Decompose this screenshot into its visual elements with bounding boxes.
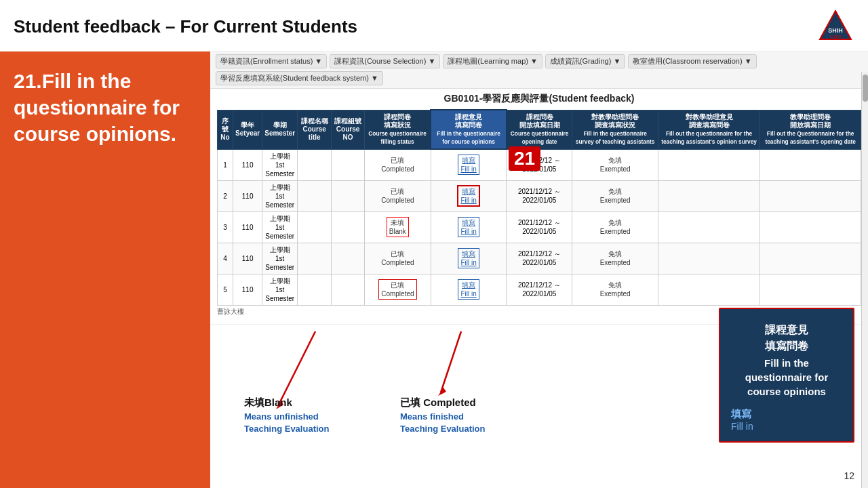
cell-no: 3 <box>218 211 233 243</box>
cell-year: 110 <box>233 274 262 305</box>
table-row: 4 110 上學期1stSemester 已填Completed 填寫Fill … <box>218 243 861 274</box>
cell-ta-status: 免填Exempted <box>572 243 658 274</box>
table-section: GB0101-學習反應與評量(Student feedback) 序號No 學年… <box>210 89 868 321</box>
col-course-no: 課程組號Course NO <box>332 110 365 149</box>
cell-semester: 上學期1stSemester <box>262 149 298 180</box>
cell-ta-link <box>658 211 760 243</box>
cell-no: 5 <box>218 274 233 305</box>
cell-fill-link[interactable]: 填寫Fill in <box>431 243 507 274</box>
completed-desc-line2: Teaching Evaluation <box>400 423 485 435</box>
col-year: 學年Setyear <box>233 110 262 149</box>
cell-fill-link[interactable]: 填寫Fill in <box>431 274 507 305</box>
completed-annotation: 已填 Completed Means finished Teaching Eva… <box>400 396 485 435</box>
cell-date: 2021/12/12 ～2022/01/05 <box>507 211 572 243</box>
svg-marker-6 <box>438 388 446 396</box>
col-fill-status: 課程問卷填寫狀況Course questionnaire filling sta… <box>364 110 431 149</box>
col-no: 序號No <box>218 110 233 149</box>
cell-ta-date <box>760 149 861 180</box>
cell-course-title <box>298 180 332 211</box>
col-course-title: 課程名稱Course title <box>298 110 332 149</box>
cell-fill-link[interactable]: 填寫Fill in <box>431 149 507 180</box>
cell-course-no <box>332 211 365 243</box>
table-row: 5 110 上學期1stSemester 已填Completed 填寫Fill … <box>218 274 861 305</box>
cell-ta-status: 免填Exempted <box>572 211 658 243</box>
blank-annotation: 未填Blank Means unfinished Teaching Evalua… <box>244 396 329 435</box>
page-title: Student feedback – For Current Students <box>14 16 357 37</box>
scrollbar[interactable] <box>861 72 868 488</box>
cell-date: 2021/12/12 ～2022/01/05 <box>507 180 572 211</box>
col-ta-status: 對教學助理問卷調查填寫狀況Fill in the questionnaire s… <box>572 110 658 149</box>
nav-enrollment[interactable]: 學籍資訊(Enrollment status) ▼ <box>216 54 327 68</box>
cell-ta-link <box>658 149 760 180</box>
nav-grading[interactable]: 成績資訊(Grading) ▼ <box>545 54 625 68</box>
svg-line-3 <box>278 331 315 406</box>
cell-course-title <box>298 274 332 305</box>
scroll-thumb[interactable] <box>863 75 868 102</box>
info-card-link-en[interactable]: Fill in <box>731 421 842 432</box>
cell-semester: 上學期1stSemester <box>262 274 298 305</box>
navigation-bar: 學籍資訊(Enrollment status) ▼ 課程資訊(Course Se… <box>210 52 868 89</box>
cell-course-no <box>332 180 365 211</box>
cell-ta-status: 免填Exempted <box>572 180 658 211</box>
cell-fill-status: 已填Completed <box>364 180 431 211</box>
table-row: 2 110 上學期1stSemester 已填Completed 填寫Fill … <box>218 180 861 211</box>
col-semester: 學期Semester <box>262 110 298 149</box>
table-row: 3 110 上學期1stSemester 未填Blank 填寫Fill in 2… <box>218 211 861 243</box>
cell-ta-date <box>760 243 861 274</box>
cell-date: 2021/12/12 ～2022/01/05 <box>507 274 572 305</box>
cell-year: 110 <box>233 211 262 243</box>
svg-text:CHIEN: CHIEN <box>830 35 841 39</box>
cell-ta-status: 免填Exempted <box>572 274 658 305</box>
blank-label: 未填Blank <box>244 396 329 409</box>
university-logo: SHIH CHIEN <box>817 8 854 45</box>
cell-course-title <box>298 149 332 180</box>
cell-no: 1 <box>218 149 233 180</box>
step-title: 21.Fill in the questionnaire for course … <box>14 68 197 147</box>
cell-semester: 上學期1stSemester <box>262 243 298 274</box>
info-card-link-zh[interactable]: 填寫 <box>731 408 842 421</box>
cell-ta-date <box>760 211 861 243</box>
blank-desc-line1: Means unfinished <box>244 411 329 423</box>
col-fill-link: 課程意見填寫問卷Fill in the questionnaire for co… <box>431 110 507 149</box>
nav-feedback-system[interactable]: 學習反應填寫系統(Student feedback system) ▼ <box>216 71 383 85</box>
cell-ta-date <box>760 274 861 305</box>
cell-date: 2021/12/12 ～2022/01/05 <box>507 243 572 274</box>
step-number-badge: 21 <box>509 146 540 171</box>
feedback-table: 序號No 學年Setyear 學期Semester 課程名稱Course tit… <box>217 109 861 306</box>
col-ta-date: 教學助理問卷開放填寫日期Fill out the Questionnaire f… <box>760 110 861 149</box>
annotation-area: 未填Blank Means unfinished Teaching Evalua… <box>210 324 868 449</box>
nav-classroom[interactable]: 教室借用(Classroom reservation) ▼ <box>628 54 756 68</box>
cell-fill-status: 未填Blank <box>364 211 431 243</box>
nav-course-selection[interactable]: 課程資訊(Course Selection) ▼ <box>330 54 440 68</box>
cell-fill-status: 已填Completed <box>364 149 431 180</box>
cell-course-no <box>332 243 365 274</box>
cell-fill-link[interactable]: 填寫Fill in <box>431 180 507 211</box>
info-card: 課程意見 填寫問卷 Fill in the questionnaire for … <box>719 308 854 443</box>
completed-label: 已填 Completed <box>400 396 485 409</box>
left-sidebar: 21.Fill in the questionnaire for course … <box>0 52 210 488</box>
page-number: 12 <box>844 470 854 481</box>
cell-no: 4 <box>218 243 233 274</box>
cell-semester: 上學期1stSemester <box>262 180 298 211</box>
info-card-title-zh-1: 課程意見 <box>731 323 842 338</box>
completed-desc-line1: Means finished <box>400 411 485 423</box>
cell-semester: 上學期1stSemester <box>262 211 298 243</box>
right-content: 學籍資訊(Enrollment status) ▼ 課程資訊(Course Se… <box>210 52 868 488</box>
cell-fill-link[interactable]: 填寫Fill in <box>431 211 507 243</box>
svg-line-5 <box>441 331 461 392</box>
cell-no: 2 <box>218 180 233 211</box>
main-content: 21.Fill in the questionnaire for course … <box>0 52 868 488</box>
cell-course-no <box>332 274 365 305</box>
cell-year: 110 <box>233 149 262 180</box>
blank-desc-line2: Teaching Evaluation <box>244 423 329 435</box>
cell-course-title <box>298 243 332 274</box>
cell-ta-link <box>658 180 760 211</box>
cell-ta-link <box>658 243 760 274</box>
nav-learning-map[interactable]: 課程地圖(Learning map) ▼ <box>443 54 542 68</box>
cell-year: 110 <box>233 180 262 211</box>
cell-course-title <box>298 211 332 243</box>
col-ta-link: 對教學助理意見調查填寫問卷Fill out the questionnaire … <box>658 110 760 149</box>
cell-fill-status: 已填Completed <box>364 243 431 274</box>
cell-ta-date <box>760 180 861 211</box>
cell-year: 110 <box>233 243 262 274</box>
